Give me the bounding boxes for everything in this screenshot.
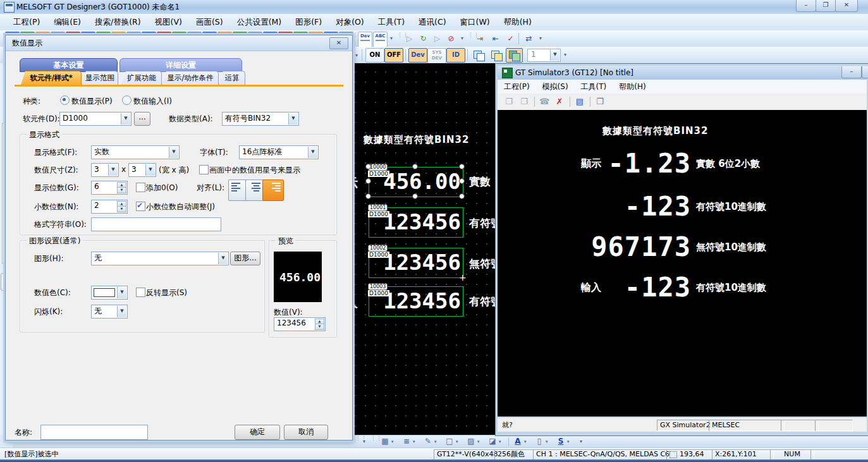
menu-comm[interactable]: 通讯(C) [412, 14, 453, 30]
simulator-screen[interactable]: 數據類型有符號BIN32 顯示 -1.23 實數 6位2小數 -123 有符號1… [498, 110, 867, 416]
simulator-titlebar[interactable]: GT Simulator3 (GT12) [No title] – ❐ [498, 66, 867, 80]
datatype-combo[interactable]: 有符号BIN32 ▼ [222, 112, 299, 126]
chevron-down-icon[interactable]: ▼ [218, 253, 228, 264]
toolbar-grip[interactable]: ⋮⋮ [353, 33, 356, 44]
line-width-icon[interactable]: ≡ [401, 437, 412, 447]
comm-config-icon[interactable]: ⇄ [522, 32, 536, 46]
menu-search[interactable]: 搜索/替换(R) [88, 14, 148, 30]
sim-open-icon[interactable]: ❒ [503, 95, 515, 108]
chevron-down-icon[interactable]: ▾ [477, 439, 483, 444]
menu-figure[interactable]: 图形(F) [288, 14, 329, 30]
sim-value-row[interactable]: 輸入 -123 有符號10進制數 [498, 272, 867, 303]
decimal-spinner[interactable]: 2 ▲ ▼ [91, 200, 128, 214]
dialog-close-icon[interactable]: ✕ [329, 37, 348, 49]
toolbar-grip[interactable]: ⋮⋮ [468, 33, 471, 44]
chevron-down-icon[interactable]: ▾ [567, 439, 573, 444]
sim-menu-project[interactable]: 工程(P) [498, 82, 536, 92]
sim-menu-help[interactable]: 帮助(H) [613, 82, 652, 92]
spin-down-icon[interactable]: ▼ [117, 187, 126, 193]
label-grid-icon[interactable]: ABC [373, 32, 388, 47]
dialog-titlebar[interactable]: 数值显示 ✕ [6, 35, 352, 51]
combo-remnant-icon[interactable]: ▾ [353, 51, 360, 60]
sim-menu-tools[interactable]: 工具(T) [575, 82, 613, 92]
mask-asterisk-checkbox[interactable] [199, 165, 209, 174]
chevron-down-icon[interactable]: ▼ [288, 113, 298, 125]
reverse-display-label[interactable]: 反转显示(S) [146, 288, 187, 298]
numeric-display-object[interactable]: 123456 10002 D1000 [369, 248, 463, 278]
chevron-down-icon[interactable]: ▼ [108, 164, 118, 176]
back-layer-icon[interactable] [488, 48, 505, 63]
device-on-button[interactable]: ON [365, 48, 384, 63]
style-s-icon[interactable]: S [555, 437, 566, 447]
library-preview-icon[interactable]: ▷ [430, 32, 444, 46]
chevron-down-icon[interactable]: ▼ [121, 113, 130, 125]
add-zero-checkbox[interactable] [136, 183, 145, 192]
spin-down-icon[interactable]: ▼ [117, 206, 126, 212]
format-string-input[interactable] [91, 217, 221, 231]
sim-open2-icon[interactable]: ❒ [518, 95, 530, 108]
radio-numeric-display[interactable] [60, 95, 70, 105]
radio-numeric-input-label[interactable]: 数值输入(I) [133, 96, 172, 107]
toolbar-grip[interactable]: ⋮⋮ [397, 33, 400, 44]
radio-numeric-display-label[interactable]: 数值显示(P) [71, 96, 113, 107]
selection-handle[interactable] [412, 164, 418, 169]
numeric-display-object[interactable]: 456.00 10000 D1000 [369, 167, 463, 197]
disable-option-icon[interactable]: ⊘ [444, 32, 458, 46]
text-color-icon[interactable]: A [512, 437, 523, 447]
cancel-button[interactable]: 取消 [284, 425, 328, 440]
pattern-icon[interactable]: ▨ [465, 437, 477, 447]
toolbar-overflow-icon[interactable]: ▾ [458, 34, 466, 43]
auto-adjust-label[interactable]: 小数位数自动调整(J) [146, 202, 215, 212]
chevron-down-icon[interactable]: ▾ [524, 439, 530, 444]
chevron-down-icon[interactable]: ▾ [456, 439, 462, 444]
blink-combo[interactable]: 无 ▼ [91, 305, 128, 319]
device-combo[interactable]: D1000 ▼ [59, 112, 131, 126]
dot-grid-style-icon[interactable]: ▦ [379, 437, 391, 447]
zoom-select[interactable]: 1▼ [527, 49, 561, 62]
chevron-down-icon[interactable]: ▾ [434, 439, 440, 444]
front-layer-icon[interactable] [470, 48, 487, 63]
auto-adjust-checkbox[interactable] [136, 202, 145, 211]
menu-tools[interactable]: 工具(T) [371, 14, 412, 30]
preview-num-spinner[interactable]: 123456 ▲ ▼ [274, 317, 326, 331]
digits-spinner[interactable]: 6 ▲ ▼ [91, 181, 128, 195]
fill-color-icon[interactable]: ◪ [487, 437, 498, 447]
data-refresh-icon[interactable]: ↻ [416, 32, 431, 46]
shape-combo[interactable]: 无 ▼ [91, 252, 229, 265]
selection-handle[interactable] [365, 164, 371, 169]
add-zero-label[interactable]: 添加0(O) [146, 183, 178, 193]
device-browse-button[interactable]: ... [134, 112, 150, 126]
figure-style-icon[interactable]: ▯ [534, 437, 545, 447]
numeric-display-object[interactable]: 123456 10001 D1000 [369, 207, 463, 238]
chevron-down-icon[interactable]: ▾ [391, 439, 397, 444]
mask-asterisk-label[interactable]: 画面中的数值用星号来显示 [209, 165, 300, 176]
reverse-display-checkbox[interactable] [136, 288, 145, 297]
object-id-button[interactable]: ID [446, 48, 465, 63]
tab-display-range[interactable]: 显示范围 [82, 71, 118, 85]
shape-browse-button[interactable]: 图形... [230, 252, 260, 265]
format-combo[interactable]: 实数 ▼ [91, 145, 180, 159]
device-grid-icon[interactable]: Dev [358, 32, 372, 47]
tab-device-style[interactable]: 软元件/样式* [21, 71, 82, 85]
chevron-down-icon[interactable]: ▼ [169, 147, 178, 158]
shape-style-icon[interactable]: □ [444, 437, 455, 447]
spin-down-icon[interactable]: ▼ [315, 324, 324, 330]
verify-icon[interactable]: ✓ [503, 32, 518, 46]
value-color-combo[interactable]: ▼ [91, 286, 128, 300]
selection-handle[interactable] [412, 193, 418, 199]
radio-numeric-input[interactable] [122, 95, 131, 105]
sim-disconnect-icon[interactable]: ✗ [553, 95, 566, 108]
toolbar-overflow-icon[interactable]: ▾ [561, 51, 569, 59]
size-width-combo[interactable]: 3 ▼ [91, 163, 119, 177]
name-input[interactable] [40, 425, 148, 440]
screen-preview-icon[interactable]: ▷ [402, 32, 417, 46]
chevron-down-icon[interactable]: ▼ [117, 306, 126, 317]
toolbar-overflow-icon[interactable]: ▾ [360, 437, 368, 446]
toolbar-overflow-icon[interactable]: ▾ [577, 437, 585, 446]
selection-handle[interactable] [365, 193, 371, 199]
chevron-down-icon[interactable]: ▾ [546, 439, 551, 444]
device-off-button[interactable]: OFF [384, 48, 403, 63]
menu-screen[interactable]: 画面(S) [189, 14, 230, 30]
sim-connect-icon[interactable]: ☎ [538, 95, 551, 108]
device-display-button[interactable]: Dev [408, 48, 427, 63]
